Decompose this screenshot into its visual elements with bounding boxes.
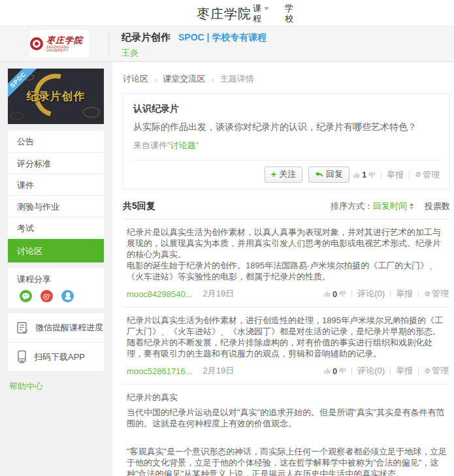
reply-item: 纪录片以真实生活为创作素材，进行创造性的处理，1895年卢米埃尔兄弟拍摄的《工厂… (123, 308, 450, 385)
reply-paragraph: 纪录片是以真实生活为创作素材，以真人真事为表现对象，并对其进行艺术的加工与展现的… (127, 227, 449, 260)
reply-item: 纪录片的真实 当代中国的纪录片运动是以对"真实"的追求开始的。但是所谓"真实"其… (123, 385, 450, 476)
university-logo[interactable]: 枣庄学院 ZAOZHUANG UNIVERSITY (30, 30, 89, 57)
reply-username[interactable]: mooc52861716... (127, 366, 192, 376)
manage-link[interactable]: ⚙管理 (415, 169, 440, 181)
wechat-progress-reminder[interactable]: 微信提醒课程进度 (8, 313, 104, 342)
course-type-badge[interactable]: SPOC | 学校专有课程 (178, 32, 267, 44)
breadcrumb-topic-detail: 主题详情 (220, 73, 254, 85)
divider (381, 171, 381, 179)
course-teacher[interactable]: 王炎 (122, 47, 267, 59)
breadcrumb: 讨论区 › 课堂交流区 › 主题详情 (123, 73, 451, 85)
reply-paragraph: 电影的诞生始于纪录片的创作。1895年法国路易·卢米埃尔拍摄的《工厂的大门》、《… (127, 260, 449, 282)
main-content: 讨论区 › 课堂交流区 › 主题详情 认识纪录片 从实际的作品出发，谈谈你对纪录… (112, 62, 454, 476)
breadcrumb-class-area[interactable]: 课堂交流区 (163, 73, 205, 85)
wechat-icon[interactable] (20, 290, 32, 302)
gear-icon: ⚙ (424, 367, 430, 375)
reply-paragraph: 纪录片的真实 (127, 392, 449, 403)
report-link[interactable]: 举报 (396, 288, 413, 300)
replies-count: 共5回复 (123, 200, 155, 212)
topic-card: 认识纪录片 从实际的作品出发，谈谈你对纪录片的认识，纪录片有哪些艺术特色？ 来自… (123, 93, 450, 189)
reply-paragraph: 纪录片以真实生活为创作素材，进行创造性的处理，1895年卢米埃尔兄弟拍摄的《工厂… (127, 315, 449, 359)
manage-link[interactable]: ⚙管理 (424, 365, 449, 377)
help-center-link[interactable]: 帮助中心 (9, 381, 112, 392)
checklist-icon (16, 321, 29, 335)
sort-by-reply-time[interactable]: 回复时间 (373, 200, 407, 212)
university-logo-name-en: ZAOZHUANG UNIVERSITY (46, 46, 89, 52)
topic-source-suffix: " (196, 140, 199, 150)
divider (409, 171, 410, 179)
tool-label: 微信提醒课程进度 (35, 322, 103, 334)
sidebar-tools: 微信提醒课程进度 扫码下载APP (8, 313, 104, 371)
reply-votes: 0 (323, 289, 346, 299)
site-brand[interactable]: 枣庄学院 (197, 5, 251, 23)
header-divider (108, 31, 109, 56)
topic-source-prefix: 来自课件" (133, 140, 170, 150)
replies-header: 共5回复 排序方式： 回复时间 投票数 (123, 200, 450, 219)
nav-item-school[interactable]: 学校 (285, 3, 296, 24)
reply-votes: 0 (323, 366, 346, 376)
thumb-up-icon[interactable] (323, 367, 331, 375)
topic-title: 认识纪录片 (133, 103, 440, 115)
comments-link[interactable]: 评论(0) (357, 365, 385, 377)
breadcrumb-separator: › (211, 74, 214, 84)
thumb-down-icon[interactable] (338, 290, 346, 298)
course-thumbnail-title: 纪录片创作 (8, 89, 104, 104)
sort-label: 排序方式： (331, 200, 373, 212)
gear-icon: ⚙ (415, 170, 421, 179)
course-info: 纪录片创作 SPOC | 学校专有课程 王炎 (122, 31, 267, 59)
reply-paragraph: 当代中国的纪录片运动是以对"真实"的追求开始的。但是所谓"真实"其实是有条件有范… (127, 407, 449, 429)
top-nav: 枣庄学院 课程 学校 (0, 0, 454, 26)
sidebar-item-grading[interactable]: 评分标准 (8, 152, 104, 174)
thumb-up-icon[interactable] (353, 171, 361, 179)
course-share-label: 课程分享 (17, 274, 104, 285)
sidebar-item-courseware[interactable]: 课件 (8, 174, 104, 195)
sidebar-item-quizzes[interactable]: 测验与作业 (8, 195, 104, 217)
qq-icon[interactable] (61, 290, 74, 302)
university-seal-icon (30, 37, 43, 50)
weibo-icon[interactable] (41, 290, 53, 302)
sort-arrows-icon[interactable] (410, 203, 413, 210)
thumb-down-icon[interactable] (338, 367, 346, 375)
course-header-bar: 枣庄学院 ZAOZHUANG UNIVERSITY 纪录片创作 SPOC | 学… (0, 26, 454, 62)
cloud-decoration (83, 107, 100, 118)
topic-body: 从实际的作品出发，谈谈你对纪录片的认识，纪录片有哪些艺术特色？ (133, 121, 440, 133)
university-logo-name: 枣庄学院 (46, 36, 89, 44)
topic-source-link[interactable]: 讨论题 (170, 140, 196, 150)
reply-paragraph: "客观真实"是一个意识形态的神话，而实际上任何一个观察者都必须立足于地球，立足于… (127, 446, 449, 476)
course-thumbnail: 纪录片创作 SPOC (8, 69, 104, 124)
reply-meta: mooc52861716... 2月19日 0 评论(0) 举报 ⚙管理 (127, 365, 449, 377)
sidebar-item-forum[interactable]: 讨论区 (8, 238, 104, 262)
report-link[interactable]: 举报 (396, 365, 413, 377)
reply-date: 2月19日 (203, 365, 234, 377)
thumb-down-icon[interactable] (368, 171, 376, 179)
sidebar: 纪录片创作 SPOC 公告 评分标准 课件 测验与作业 考试 讨论区 课程分享 (0, 62, 112, 476)
sort-controls: 排序方式： 回复时间 投票数 (331, 200, 450, 212)
follow-button[interactable]: + 关注 (265, 167, 302, 183)
course-share-box: 课程分享 (8, 268, 104, 308)
cloud-decoration (10, 112, 24, 120)
thumb-up-icon[interactable] (323, 290, 331, 298)
topic-actions: + 关注 回复 1 举报 ⚙管理 (133, 160, 440, 183)
nav-item-courses[interactable]: 课程 (253, 3, 264, 24)
reply-username[interactable]: mooc84298540... (127, 289, 192, 299)
sidebar-menu: 公告 评分标准 课件 测验与作业 考试 讨论区 (8, 131, 104, 262)
topic-source: 来自课件"讨论题" (133, 140, 440, 151)
sidebar-item-exams[interactable]: 考试 (8, 217, 104, 238)
phone-icon (16, 350, 27, 364)
gear-icon: ⚙ (424, 290, 430, 298)
topic-votes: 1 (353, 170, 376, 180)
scan-download-app[interactable]: 扫码下载APP (8, 342, 104, 371)
reply-button[interactable]: 回复 (308, 167, 349, 183)
sidebar-item-announcements[interactable]: 公告 (8, 131, 104, 152)
report-link[interactable]: 举报 (387, 169, 404, 181)
topic-upvote-count: 1 (362, 170, 366, 180)
chevron-down-icon (264, 7, 269, 10)
manage-link[interactable]: ⚙管理 (424, 288, 449, 300)
reply-upvote-count: 0 (332, 289, 337, 299)
sort-by-votes[interactable]: 投票数 (425, 200, 450, 212)
reply-item: 纪录片是以真实生活为创作素材，以真人真事为表现对象，并对其进行艺术的加工与展现的… (123, 219, 450, 308)
breadcrumb-separator: › (154, 74, 157, 84)
comments-link[interactable]: 评论(0) (357, 288, 385, 300)
breadcrumb-forum[interactable]: 讨论区 (123, 73, 148, 85)
course-title: 纪录片创作 (122, 31, 170, 44)
